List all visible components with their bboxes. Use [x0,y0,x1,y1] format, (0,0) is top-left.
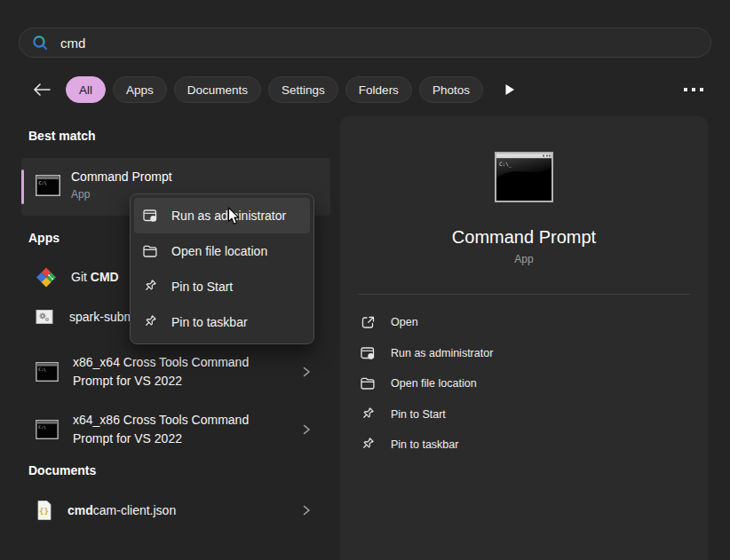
action-run-as-administrator[interactable]: Run as administrator [358,338,694,369]
git-label-match: CMD [91,270,119,284]
windows-search-flyout: cmd All Apps Documents Settings Folders … [0,0,730,560]
more-filters-button[interactable] [499,79,520,100]
back-button[interactable] [30,78,53,101]
vs-cross-tools-label: x86_x64 Cross Tools Command Prompt for V… [73,353,259,390]
cmd-terminal-large-icon: C:\_ [495,152,553,206]
doc-label-suffix: cam-client.json [93,503,176,517]
apps-heading: Apps [28,231,60,245]
menu-item-pin-to-taskbar[interactable]: Pin to taskbar [134,304,310,340]
cmd-terminal-icon: C:\ [36,175,60,200]
cmd-terminal-icon: C:\ [36,420,59,439]
action-label: Run as administrator [391,347,493,359]
git-icon [36,266,57,288]
tab-documents[interactable]: Documents [174,76,261,103]
preview-title: Command Prompt [340,227,708,248]
action-pin-to-start[interactable]: Pin to Start [358,399,694,430]
action-pin-to-taskbar[interactable]: Pin to taskbar [358,430,694,461]
open-external-icon [360,315,376,330]
selection-accent-bar [21,170,24,204]
preview-panel: C:\_ Command Prompt App Open [340,116,708,560]
result-cmdcam-client-json[interactable]: {} cmdcam-client.json [36,495,315,525]
chevron-right-icon [301,422,312,437]
expand-result-button[interactable] [299,422,313,438]
spark-label: spark-subm [69,310,134,324]
menu-item-label: Pin to Start [171,280,233,294]
preview-subtitle: App [340,253,708,265]
preview-actions: Open Run as administrator [358,307,694,461]
ellipsis-icon [684,87,703,92]
mouse-cursor [227,207,242,230]
expand-result-button[interactable] [299,502,313,518]
admin-shield-icon [360,345,376,361]
json-file-icon: {} [36,500,53,521]
chevron-right-icon [301,503,312,517]
menu-item-open-file-location[interactable]: Open file location [134,233,310,269]
best-match-subtitle: App [71,188,90,201]
action-label: Open file location [391,377,477,390]
documents-heading: Documents [28,463,96,477]
vs-cross-tools-label: x64_x86 Cross Tools Command Prompt for V… [73,411,259,448]
play-icon [504,83,515,96]
batch-file-gears-icon [36,308,53,326]
svg-text:C:\: C:\ [39,180,47,185]
menu-item-label: Pin to taskbar [171,315,248,329]
search-query-text: cmd [60,35,85,51]
pin-icon [360,437,376,453]
search-icon [32,35,49,51]
search-input[interactable]: cmd [19,28,711,58]
tab-all[interactable]: All [66,76,106,103]
filter-bar: All Apps Documents Settings Folders Phot… [30,75,520,104]
best-match-title: Command Prompt [71,170,172,184]
context-menu: Run as administrator Open file location [130,193,314,344]
tab-photos[interactable]: Photos [419,76,483,103]
menu-item-run-as-administrator[interactable]: Run as administrator [134,198,310,233]
expand-result-button[interactable] [299,364,313,380]
action-label: Open [391,316,418,328]
result-x86-x64-cross-tools[interactable]: C:\ x86_x64 Cross Tools Command Prompt f… [36,346,315,398]
admin-shield-icon [142,208,158,224]
tab-apps[interactable]: Apps [113,76,167,103]
svg-text:C:\_: C:\_ [499,161,512,168]
folder-icon [142,243,158,259]
result-x64-x86-cross-tools[interactable]: C:\ x64_x86 Cross Tools Command Prompt f… [36,404,315,455]
action-label: Pin to taskbar [391,438,458,451]
doc-label-match: cmd [67,503,93,517]
folder-icon [360,375,376,391]
action-open-file-location[interactable]: Open file location [358,368,694,399]
divider [358,294,690,295]
svg-text:{}: {} [39,507,49,516]
svg-text:C:\: C:\ [38,425,46,430]
tab-folders[interactable]: Folders [345,76,412,103]
svg-text:C:\: C:\ [38,367,46,372]
pin-icon [360,406,376,422]
best-match-heading: Best match [28,129,95,143]
pin-icon [142,314,158,330]
menu-item-label: Open file location [171,244,267,258]
back-arrow-icon [33,83,51,96]
git-label-prefix: Git [71,270,91,284]
cmd-terminal-icon: C:\ [36,362,59,382]
menu-item-pin-to-start[interactable]: Pin to Start [134,269,310,304]
chevron-right-icon [301,365,312,379]
action-open[interactable]: Open [358,307,694,338]
action-label: Pin to Start [391,408,446,421]
tab-settings[interactable]: Settings [268,76,338,103]
overflow-menu-button[interactable] [678,80,709,99]
pin-icon [142,279,158,295]
